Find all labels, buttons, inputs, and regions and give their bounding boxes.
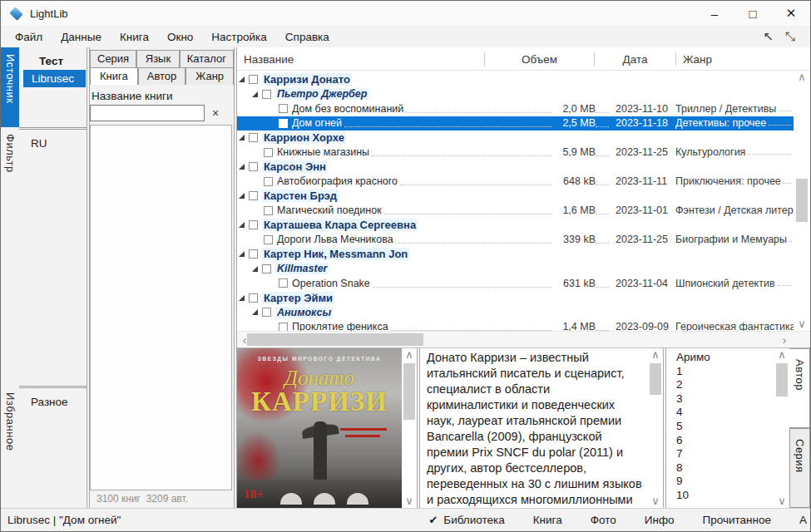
- tree-row-author[interactable]: Карстен Брэд: [237, 189, 794, 204]
- expand-triangle-icon[interactable]: [239, 295, 245, 301]
- tree-horizontal-scrollbar[interactable]: ‹ ›: [237, 331, 810, 347]
- menu-item-Данные[interactable]: Данные: [52, 28, 111, 46]
- tree-row-author[interactable]: Картер Ник, Messmann Jon: [237, 247, 794, 262]
- tree-row-author[interactable]: Картер Эйми: [237, 291, 794, 306]
- scroll-down-icon[interactable]: ∨: [798, 318, 806, 331]
- list-item[interactable]: Аримо: [666, 351, 774, 365]
- list-scrollbar[interactable]: ∧ ∨: [774, 348, 789, 508]
- checkbox[interactable]: [264, 177, 273, 186]
- checkbox[interactable]: [262, 90, 271, 99]
- tree-row-author[interactable]: Карризи Донато: [237, 72, 794, 87]
- column-header-size[interactable]: Объем: [484, 52, 594, 66]
- tree-row-book[interactable]: Operation Snake631 kB2023-11-04Шпионский…: [237, 276, 794, 291]
- scroll-thumb[interactable]: [403, 363, 415, 420]
- tree-row-author[interactable]: Каррион Хорхе: [237, 131, 794, 145]
- scroll-thumb[interactable]: [776, 363, 788, 397]
- sidebar-item-RU[interactable]: RU: [19, 135, 87, 152]
- tree-row-series[interactable]: Пьетро Джербер: [237, 87, 794, 102]
- collapse-tree-icon[interactable]: ↖: [763, 29, 774, 44]
- checkbox[interactable]: [249, 249, 258, 259]
- scroll-up-icon[interactable]: ∧: [405, 348, 413, 362]
- column-header-genre[interactable]: Жанр: [675, 52, 794, 66]
- expand-triangle-icon[interactable]: [252, 309, 258, 315]
- status-toggle-Фото[interactable]: Фото: [591, 514, 616, 526]
- tree-row-book[interactable]: Проклятие феникса1,4 MB2023-09-09Героиче…: [237, 320, 794, 332]
- expand-triangle-icon[interactable]: [239, 251, 245, 257]
- tab-Каталог[interactable]: Каталог: [180, 50, 234, 67]
- tab-Автор[interactable]: Автор: [138, 67, 186, 85]
- scroll-thumb[interactable]: [650, 363, 661, 395]
- tab-Жанр[interactable]: Жанр: [185, 67, 234, 85]
- tab-Серия[interactable]: Серия: [90, 50, 136, 67]
- sidebar-item-Тест[interactable]: Тест: [19, 52, 87, 70]
- checkbox[interactable]: [262, 264, 271, 273]
- expand-tree-icon[interactable]: ⤡: [785, 29, 795, 44]
- scroll-up-icon[interactable]: ∧: [651, 348, 660, 362]
- menu-item-Справка[interactable]: Справка: [276, 28, 339, 46]
- preview-tab-Автор[interactable]: Автор: [789, 348, 810, 428]
- tree-row-book[interactable]: Книжные магазины5,9 MB2023-11-25Культуро…: [237, 145, 794, 160]
- checkbox[interactable]: [279, 119, 288, 128]
- list-item[interactable]: 10: [666, 489, 774, 503]
- checkbox[interactable]: [262, 308, 271, 317]
- status-toggle-Инфо[interactable]: Инфо: [645, 514, 675, 526]
- checkbox[interactable]: [279, 323, 288, 331]
- scroll-down-icon[interactable]: ∨: [651, 495, 660, 508]
- scroll-down-icon[interactable]: ∨: [405, 495, 413, 508]
- filter-results-list[interactable]: [90, 125, 232, 490]
- sidebar-tab-Источник[interactable]: Источник: [1, 47, 19, 127]
- list-item[interactable]: 8: [666, 461, 774, 475]
- column-header-date[interactable]: Дата: [594, 52, 675, 66]
- expand-triangle-icon[interactable]: [239, 76, 245, 82]
- tree-row-author[interactable]: Карсон Энн: [237, 160, 794, 175]
- list-item[interactable]: 1: [666, 365, 774, 379]
- checkbox[interactable]: [279, 278, 288, 288]
- expand-triangle-icon[interactable]: [239, 164, 245, 170]
- scroll-track[interactable]: [796, 84, 808, 318]
- scroll-right-icon[interactable]: ›: [777, 333, 792, 347]
- checkbox[interactable]: [249, 293, 258, 303]
- cover-scrollbar[interactable]: ∧ ∨: [402, 348, 417, 508]
- expand-triangle-icon[interactable]: [239, 222, 245, 228]
- tree-row-series[interactable]: Анимоксы: [237, 305, 794, 320]
- sidebar-tab-Избранное[interactable]: Избранное: [1, 386, 19, 508]
- minimize-button[interactable]: –: [695, 1, 734, 26]
- tab-Книга[interactable]: Книга: [90, 67, 138, 85]
- checkbox[interactable]: [279, 104, 288, 113]
- list-item[interactable]: 6: [666, 434, 774, 448]
- tree-row-book[interactable]: Дом огней2,5 MB2023-11-18Детективы: проч…: [237, 116, 794, 131]
- sidebar-tab-Фильтр[interactable]: Фильтр: [1, 127, 19, 386]
- expand-triangle-icon[interactable]: [252, 91, 258, 97]
- tree-row-book[interactable]: Дороги Льва Мечникова339 kB2023-11-25Био…: [237, 233, 794, 248]
- scroll-up-icon[interactable]: ∧: [798, 71, 806, 84]
- expand-triangle-icon[interactable]: [239, 135, 245, 140]
- status-toggle-Библиотека[interactable]: ✔Библиотека: [428, 514, 504, 526]
- list-item[interactable]: 2: [666, 378, 774, 392]
- checkbox[interactable]: [249, 133, 258, 142]
- scroll-thumb[interactable]: [247, 333, 423, 346]
- maximize-button[interactable]: □: [734, 1, 772, 26]
- status-toggle-А[interactable]: А: [799, 514, 807, 526]
- clear-input-button[interactable]: ×: [205, 106, 226, 120]
- tree-row-book[interactable]: Автобиография красного648 kB2023-11-11Пр…: [237, 175, 794, 190]
- list-item[interactable]: 7: [666, 447, 774, 461]
- sidebar-item-Librusec[interactable]: Librusec: [23, 70, 86, 87]
- book-title-input[interactable]: [90, 105, 205, 121]
- checkbox[interactable]: [249, 162, 258, 171]
- scroll-thumb[interactable]: [796, 179, 808, 222]
- description-scrollbar[interactable]: ∧ ∨: [648, 348, 663, 508]
- tree-vertical-scrollbar[interactable]: ∧ ∨: [794, 71, 810, 331]
- expand-triangle-icon[interactable]: [252, 266, 258, 272]
- tree-row-book[interactable]: Магический поединок1,6 MB2023-11-01Фэнте…: [237, 204, 794, 219]
- sidebar-item-Разное[interactable]: Разное: [19, 393, 87, 411]
- column-header-title[interactable]: Название: [237, 52, 484, 66]
- list-item[interactable]: 9: [666, 475, 774, 489]
- list-item[interactable]: 4: [666, 406, 774, 420]
- menu-item-Книга[interactable]: Книга: [111, 28, 158, 46]
- expand-triangle-icon[interactable]: [239, 193, 245, 199]
- list-item[interactable]: 5: [666, 420, 774, 434]
- menu-item-Файл[interactable]: Файл: [6, 28, 52, 46]
- scroll-down-icon[interactable]: ∨: [778, 495, 786, 508]
- checkbox[interactable]: [264, 235, 273, 244]
- tab-Язык[interactable]: Язык: [136, 50, 180, 67]
